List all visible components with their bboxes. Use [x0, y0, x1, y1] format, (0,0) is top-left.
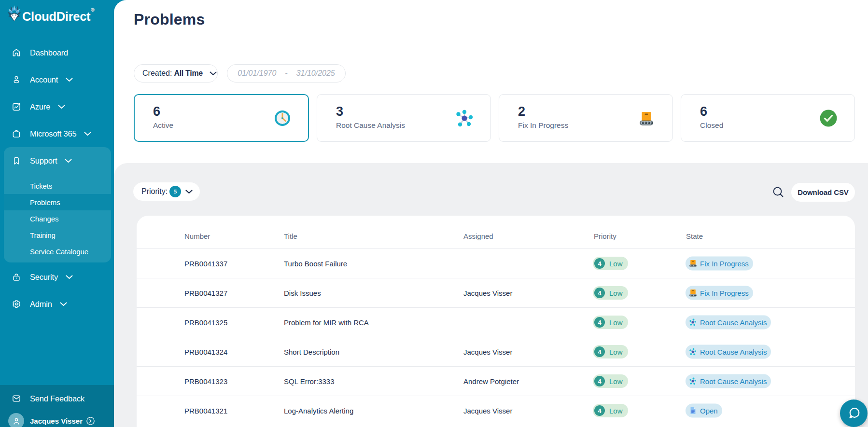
card-closed[interactable]: 6 Closed [681, 94, 855, 142]
nav-account[interactable]: Account [0, 66, 114, 93]
nav-service-catalogue[interactable]: Service Catalogue [4, 243, 111, 260]
nav-azure[interactable]: Azure [0, 93, 114, 120]
date-range[interactable]: 01/01/1970-31/10/2025 [227, 64, 346, 83]
sidebar-bottom: Send Feedback Jacques Visser [0, 385, 114, 427]
priority-filter[interactable]: Priority:5 [133, 182, 200, 201]
chat-button[interactable] [840, 399, 868, 427]
created-filter[interactable]: Created:All Time [134, 64, 218, 83]
nav-security[interactable]: Security [0, 263, 114, 290]
user[interactable]: Jacques Visser [0, 413, 114, 427]
nav-dashboard[interactable]: Dashboard [0, 39, 114, 66]
page-title: Problems [134, 11, 205, 28]
nav-m365[interactable]: Microsoft 365 [0, 120, 114, 147]
row-PRB0041321[interactable]: PRB0041321 Log-Analytics Alerting Jacque… [137, 396, 855, 425]
nav-changes[interactable]: Changes [4, 210, 111, 227]
card-active[interactable]: 6 Active [134, 94, 309, 142]
row-PRB0041325[interactable]: PRB0041325 Problem for MIR with RCA 4Low… [137, 307, 855, 337]
row-PRB0041323[interactable]: PRB0041323 SQL Error:3333 Andrew Potgiet… [137, 366, 855, 396]
nav-training[interactable]: Training [4, 227, 111, 243]
card-rca[interactable]: 3 Root Cause Analysis [317, 94, 491, 142]
problems-table: NumberTitleAssignedPriorityState PRB0041… [137, 216, 855, 427]
nav-admin[interactable]: Admin [0, 290, 114, 317]
search[interactable] [772, 186, 784, 198]
row-PRB0041337[interactable]: PRB0041337 Turbo Boost Failure 4Low Fix … [137, 248, 855, 278]
send-feedback[interactable]: Send Feedback [0, 385, 114, 412]
nav-problems[interactable]: Problems [4, 194, 111, 210]
nav: Dashboard Account Azure Microsoft 365 [0, 39, 114, 317]
card-fip[interactable]: 2 Fix In Progress [499, 94, 673, 142]
nav-support-group: Support Tickets Problems Changes Trainin… [4, 147, 111, 262]
content: Problems Created:All Time 01/01/1970-31/… [114, 0, 868, 427]
problems-page: CloudDirect® Dashboard Account Azure Mic… [0, 0, 868, 427]
table-panel: Priority:5 Download CSV NumberTitleAssig… [114, 163, 868, 427]
logo: CloudDirect® [7, 4, 94, 23]
row-PRB0041327[interactable]: PRB0041327 Disk Issues Jacques Visser 4L… [137, 278, 855, 307]
filters: Created:All Time 01/01/1970-31/10/2025 [134, 64, 218, 83]
sidebar: CloudDirect® Dashboard Account Azure Mic… [0, 0, 114, 427]
row-PRB0041324[interactable]: PRB0041324 Short Description Jacques Vis… [137, 337, 855, 366]
nav-tickets[interactable]: Tickets [4, 178, 111, 194]
nav-support[interactable]: Support [4, 147, 111, 174]
stat-cards: 6 Active 3 Root Cause Analysis [134, 94, 855, 142]
download-csv[interactable]: Download CSV [791, 183, 855, 202]
